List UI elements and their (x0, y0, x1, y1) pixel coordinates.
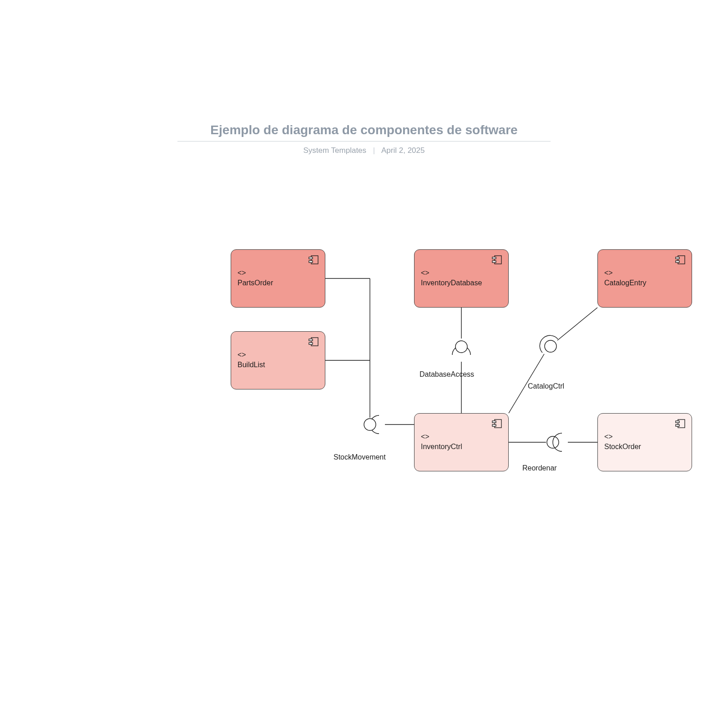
author-label: System Templates (303, 146, 367, 155)
svg-rect-24 (676, 257, 679, 259)
svg-point-9 (545, 340, 556, 352)
svg-rect-25 (676, 261, 679, 263)
header-separator: | (373, 146, 375, 155)
svg-rect-28 (492, 425, 496, 426)
component-icon (492, 419, 502, 428)
component-label: <> CatalogEntry (604, 268, 685, 288)
svg-rect-22 (492, 261, 496, 263)
component-label: <> StockOrder (604, 432, 685, 451)
component-icon (675, 255, 685, 264)
component-inventorydatabase[interactable]: <> InventoryDatabase (414, 249, 509, 308)
interface-label-databaseaccess: DatabaseAccess (420, 370, 474, 379)
interface-label-stockmovement: StockMovement (334, 453, 386, 461)
svg-point-12 (547, 436, 559, 448)
svg-point-6 (455, 341, 467, 353)
svg-rect-21 (492, 257, 496, 259)
component-icon (675, 419, 685, 428)
component-icon (492, 255, 502, 264)
connector-layer (0, 0, 728, 728)
svg-rect-27 (492, 421, 496, 423)
component-catalogentry[interactable]: <> CatalogEntry (597, 249, 692, 308)
svg-rect-18 (309, 339, 313, 341)
component-label: <> BuildList (238, 350, 318, 369)
component-partsorder[interactable]: <> PartsOrder (231, 249, 325, 308)
svg-rect-15 (309, 257, 313, 259)
header-divider (177, 141, 551, 142)
diagram-canvas: { "header": { "title": "Ejemplo de diagr… (0, 0, 728, 728)
svg-rect-16 (309, 261, 313, 263)
component-inventoryctrl[interactable]: <> InventoryCtrl (414, 413, 509, 471)
interface-label-reorder: Reordenar (522, 464, 557, 472)
interface-label-catalogctrl: CatalogCtrl (528, 382, 564, 390)
svg-line-8 (557, 308, 597, 340)
header: Ejemplo de diagrama de componentes de so… (0, 123, 728, 155)
header-subline: System Templates | April 2, 2025 (0, 146, 728, 155)
svg-rect-31 (676, 425, 679, 426)
component-label: <> InventoryDatabase (421, 268, 502, 288)
component-buildlist[interactable]: <> BuildList (231, 331, 325, 389)
diagram-title: Ejemplo de diagrama de componentes de so… (0, 123, 728, 137)
component-stockorder[interactable]: <> StockOrder (597, 413, 692, 471)
svg-rect-30 (676, 421, 679, 423)
svg-rect-19 (309, 343, 313, 344)
component-label: <> PartsOrder (238, 268, 318, 288)
svg-point-3 (364, 419, 376, 430)
date-label: April 2, 2025 (381, 146, 425, 155)
component-icon (308, 255, 318, 264)
component-icon (308, 337, 318, 346)
component-label: <> InventoryCtrl (421, 432, 502, 451)
